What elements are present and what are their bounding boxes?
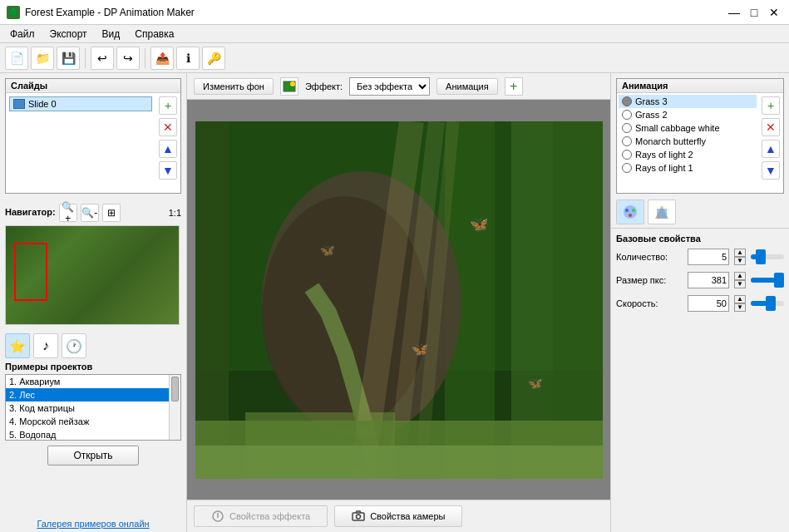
speed-slider[interactable]: [751, 301, 784, 306]
count-slider[interactable]: [751, 254, 784, 259]
project-item-5[interactable]: 5. Водопад: [6, 428, 169, 440]
size-slider[interactable]: [751, 278, 784, 283]
slide-remove-button[interactable]: ✕: [159, 118, 177, 136]
open-btn-row: Открыть: [5, 446, 181, 466]
animation-list-container: Grass 3 Grass 2 Small cabbage white Mona…: [617, 93, 783, 193]
slides-header: Слайды: [6, 79, 180, 93]
tab-music[interactable]: ♪: [33, 333, 58, 358]
speed-up-button[interactable]: ▲: [734, 295, 746, 303]
size-label: Размер пкс:: [616, 275, 683, 285]
size-down-button[interactable]: ▼: [734, 280, 746, 288]
props-tab-appearance[interactable]: [616, 200, 644, 224]
anim-remove-button[interactable]: ✕: [762, 118, 780, 136]
redo-button[interactable]: ↪: [116, 47, 140, 70]
size-slider-thumb[interactable]: [774, 273, 784, 288]
slide-add-button[interactable]: +: [159, 96, 177, 115]
size-input[interactable]: [688, 272, 729, 288]
projects-scrollbar[interactable]: [169, 375, 180, 440]
new-button[interactable]: 📄: [5, 47, 28, 70]
center-panel: Изменить фон Эффект: Без эффекта Анимаци…: [187, 73, 610, 532]
props-tabs: [611, 196, 789, 229]
project-item-4[interactable]: 4. Морской пейзаж: [6, 415, 169, 428]
anim-add-button[interactable]: +: [762, 96, 780, 115]
export-button[interactable]: 📤: [150, 47, 174, 70]
navigator-section: Навигатор: 🔍+ 🔍- ⊞ 1:1: [5, 204, 181, 325]
slide-label: Slide 0: [28, 99, 57, 109]
scrollbar-thumb[interactable]: [171, 377, 179, 401]
key-button[interactable]: 🔑: [202, 47, 225, 70]
count-slider-thumb[interactable]: [756, 249, 766, 264]
slide-down-button[interactable]: ▼: [159, 161, 177, 180]
canvas-bottom: Свойства эффекта Свойства камеры: [187, 500, 610, 532]
bottom-tabs: ⭐ ♪ 🕐: [0, 330, 186, 362]
anim-item-grass2[interactable]: Grass 2: [619, 108, 757, 121]
zoom-fit-button[interactable]: ⊞: [102, 204, 121, 222]
anim-item-grass3[interactable]: Grass 3: [619, 95, 757, 108]
count-down-button[interactable]: ▼: [734, 257, 746, 265]
speed-label: Скорость:: [616, 298, 683, 308]
tab-clock[interactable]: 🕐: [62, 333, 86, 358]
anim-up-button[interactable]: ▲: [762, 140, 780, 158]
anim-item-small-cabbage[interactable]: Small cabbage white: [619, 121, 757, 135]
count-input[interactable]: [688, 249, 729, 265]
projects-list: 1. Аквариум 2. Лес 3. Код матрицы 4. Мор…: [6, 375, 169, 440]
base-props-title: Базовые свойства: [616, 234, 784, 244]
anim-dot-grass3: [622, 96, 632, 106]
svg-text:🦋: 🦋: [412, 342, 428, 357]
gallery-link[interactable]: Галерея примеров онлайн: [0, 515, 186, 532]
slide-icon: [13, 99, 25, 109]
speed-down-button[interactable]: ▼: [734, 303, 746, 312]
add-animation-button[interactable]: +: [505, 77, 523, 96]
count-up-button[interactable]: ▲: [734, 249, 746, 257]
svg-point-1: [290, 81, 295, 86]
menu-file[interactable]: Файл: [3, 27, 42, 42]
slide-item-0[interactable]: Slide 0: [9, 96, 152, 111]
undo-button[interactable]: ↩: [91, 47, 114, 70]
slide-up-button[interactable]: ▲: [159, 140, 177, 158]
svg-text:🦋: 🦋: [470, 215, 489, 234]
animation-button[interactable]: Анимация: [436, 78, 498, 95]
close-button[interactable]: ✕: [766, 4, 782, 21]
projects-section: Примеры проектов 1. Аквариум 2. Лес 3. К…: [5, 362, 181, 510]
effect-select[interactable]: Без эффекта: [349, 77, 430, 96]
effect-props-label: Свойства эффекта: [229, 511, 310, 521]
minimize-button[interactable]: —: [726, 4, 742, 21]
count-spinner: ▲ ▼: [734, 249, 746, 265]
size-up-button[interactable]: ▲: [734, 272, 746, 280]
project-item-1[interactable]: 1. Аквариум: [6, 375, 169, 388]
anim-item-rays2[interactable]: Rays of light 2: [619, 148, 757, 161]
slides-section: Слайды Slide 0 + ✕ ▲ ▼: [5, 78, 181, 194]
navigator-preview[interactable]: [5, 225, 180, 325]
bg-icon[interactable]: [280, 77, 298, 96]
change-bg-button[interactable]: Изменить фон: [194, 78, 274, 95]
props-tab-color[interactable]: [648, 200, 676, 224]
zoom-out-button[interactable]: 🔍-: [81, 204, 99, 222]
camera-props-button[interactable]: Свойства камеры: [334, 505, 462, 527]
tab-favorites[interactable]: ⭐: [5, 333, 30, 358]
speed-slider-thumb[interactable]: [766, 296, 776, 311]
anim-down-button[interactable]: ▼: [762, 161, 780, 180]
anim-item-monarch[interactable]: Monarch butterfly: [619, 135, 757, 148]
menu-help[interactable]: Справка: [128, 27, 180, 42]
anim-label-monarch: Monarch butterfly: [635, 136, 706, 146]
animation-section: Анимация Grass 3 Grass 2 Small cabbage w…: [616, 78, 784, 194]
open-project-button[interactable]: Открыть: [47, 446, 138, 466]
zoom-in-button[interactable]: 🔍+: [59, 204, 77, 222]
info-button[interactable]: ℹ: [176, 47, 200, 70]
anim-label-grass2: Grass 2: [635, 110, 668, 120]
open-button[interactable]: 📁: [31, 47, 54, 70]
count-row: Количество: ▲ ▼: [616, 249, 784, 265]
speed-input[interactable]: [688, 295, 729, 312]
navigator-viewport-box: [14, 243, 47, 301]
right-panel: Анимация Grass 3 Grass 2 Small cabbage w…: [610, 73, 789, 532]
project-item-3[interactable]: 3. Код матрицы: [6, 401, 169, 415]
camera-props-label: Свойства камеры: [370, 511, 445, 521]
speed-row: Скорость: ▲ ▼: [616, 295, 784, 312]
menu-export[interactable]: Экспорт: [43, 27, 94, 42]
menu-view[interactable]: Вид: [96, 27, 127, 42]
effect-props-button[interactable]: Свойства эффекта: [194, 505, 328, 527]
anim-item-rays1[interactable]: Rays of light 1: [619, 161, 757, 175]
save-button[interactable]: 💾: [57, 47, 80, 70]
maximize-button[interactable]: □: [746, 4, 762, 21]
project-item-2[interactable]: 2. Лес: [6, 388, 169, 401]
